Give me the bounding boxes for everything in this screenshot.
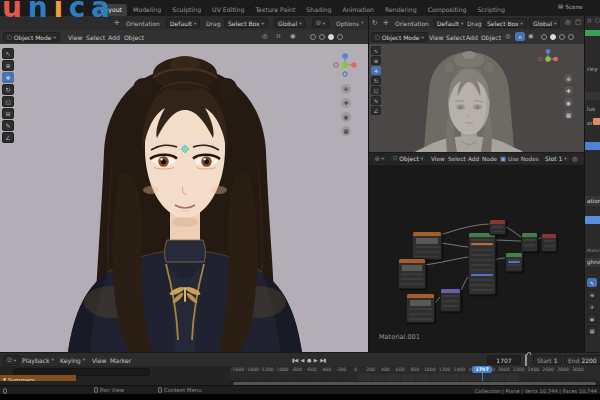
- render-icon[interactable]: ▢: [595, 18, 600, 23]
- tool-select-button[interactable]: ↖: [371, 46, 381, 55]
- tab-texture-paint[interactable]: Texture Paint: [250, 4, 300, 16]
- camera-view-icon[interactable]: ◉: [564, 98, 573, 107]
- proportional-edit-icon[interactable]: ◉: [290, 33, 296, 40]
- tool-rotate-button[interactable]: ↻: [371, 76, 381, 85]
- tool-annotate-button[interactable]: ✎: [2, 120, 14, 131]
- select-box-dropdown-clay[interactable]: Select Box▾: [483, 18, 527, 28]
- camera-view-icon[interactable]: ◉: [341, 112, 351, 122]
- options-dropdown[interactable]: Options▾: [336, 20, 363, 27]
- current-frame-field[interactable]: 1707: [487, 355, 521, 365]
- tool-move-button[interactable]: ✛: [371, 66, 381, 75]
- scene-selector[interactable]: ▤ Scene: [558, 4, 600, 10]
- shading-rendered-button[interactable]: [337, 34, 343, 40]
- snap-icon[interactable]: ◎: [565, 19, 571, 26]
- tool-transform-button[interactable]: ⊞: [2, 108, 14, 119]
- menu-add-node[interactable]: Add: [468, 156, 479, 162]
- shading-rendered-button[interactable]: [568, 34, 574, 40]
- node-principled-bsdf[interactable]: [468, 232, 496, 295]
- tool-select-button[interactable]: ↖: [2, 48, 14, 59]
- menu-view-node[interactable]: View: [431, 156, 445, 162]
- previous-frame-button[interactable]: ◀: [301, 357, 304, 363]
- menu-view-main[interactable]: View: [68, 34, 83, 41]
- node-material-output[interactable]: [541, 233, 557, 252]
- select-box-dropdown[interactable]: Select Box▾: [224, 18, 268, 28]
- slot-dropdown[interactable]: Slot 1▾: [541, 154, 571, 163]
- magnet-icon[interactable]: ∩: [276, 33, 281, 40]
- color-swatch-blue[interactable]: [585, 142, 600, 150]
- viewport-3d-clay[interactable]: ↖ ⊕ ✛ ↻ ◱ ✎ ∠ ⊕ ✚ ◉ ▦: [369, 44, 584, 152]
- snap-dropdown[interactable]: ◎ ▾: [312, 18, 329, 28]
- node-image-texture-2[interactable]: [398, 258, 426, 289]
- tab-rendering[interactable]: Rendering: [380, 4, 422, 16]
- pin-icon[interactable]: ◎: [572, 156, 578, 163]
- tool-cursor-button[interactable]: ⊕: [371, 56, 381, 65]
- node-mix-shader[interactable]: [521, 232, 538, 252]
- tool-select-button[interactable]: ↖: [587, 278, 597, 287]
- area-divider-vertical[interactable]: [368, 16, 369, 352]
- jump-to-end-button[interactable]: ▶▮: [320, 357, 326, 363]
- menu-node-node[interactable]: Node: [482, 156, 497, 162]
- use-nodes-checkbox[interactable]: ▣: [500, 156, 506, 163]
- tool-rotate-button[interactable]: ↻: [2, 84, 14, 95]
- tool-rotate-button[interactable]: ◉: [587, 314, 597, 323]
- tab-uv-editing[interactable]: UV Editing: [207, 4, 249, 16]
- tool-annotate-button[interactable]: ✎: [371, 96, 381, 105]
- shading-wireframe-button[interactable]: [310, 34, 316, 40]
- node-transparent-bsdf[interactable]: [505, 252, 523, 272]
- orientation-dropdown[interactable]: Default▾: [166, 18, 200, 28]
- timeline-ruler-area[interactable]: -1600-1400-1200-1000-800-600-400-2000200…: [230, 366, 600, 381]
- tool-cursor-button[interactable]: ⊕: [2, 60, 14, 71]
- menu-select-node[interactable]: Select: [448, 156, 466, 162]
- pan-icon[interactable]: ✚: [564, 86, 573, 95]
- shader-type-dropdown[interactable]: ◎ ▾: [371, 154, 388, 163]
- tool-scale-button[interactable]: ▦: [587, 326, 597, 335]
- mode-dropdown-clay[interactable]: ▢ Object Mode▾: [371, 32, 428, 42]
- shading-material-button[interactable]: [328, 34, 334, 40]
- end-frame-field[interactable]: End2200: [564, 355, 600, 365]
- tab-shading[interactable]: Shading: [301, 4, 336, 16]
- orientation-dropdown-clay[interactable]: Default▾: [433, 18, 467, 28]
- start-frame-field[interactable]: Start1: [533, 355, 562, 365]
- jump-to-start-button[interactable]: ▮◀: [292, 357, 298, 363]
- tab-sculpting[interactable]: Sculpting: [167, 4, 206, 16]
- magnet-icon[interactable]: ∩: [515, 32, 525, 41]
- zoom-icon[interactable]: ⊕: [564, 74, 573, 83]
- menu-object-clay[interactable]: Object: [481, 34, 501, 41]
- menu-view-timeline[interactable]: View: [92, 357, 107, 364]
- menu-view-clay[interactable]: View: [429, 34, 444, 41]
- menu-add-main[interactable]: Add: [108, 34, 120, 41]
- node-rgb-curves[interactable]: [489, 219, 506, 235]
- tool-measure-button[interactable]: ∠: [371, 106, 381, 115]
- tab-modeling[interactable]: Modeling: [128, 4, 166, 16]
- menu-keying[interactable]: Keying▾: [60, 357, 85, 364]
- pan-icon[interactable]: ✚: [341, 98, 351, 108]
- navigation-gizmo[interactable]: [332, 52, 358, 78]
- object-shader-dropdown[interactable]: ▢ Object▾: [389, 154, 427, 163]
- shading-solid-button[interactable]: [319, 34, 325, 40]
- editor-type-icon[interactable]: ◷: [587, 18, 591, 23]
- node-normal-map[interactable]: [440, 288, 461, 312]
- menu-marker[interactable]: Marker: [110, 357, 131, 364]
- pivot-icon[interactable]: ◎: [505, 33, 511, 40]
- menu-object-main[interactable]: Object: [124, 34, 144, 41]
- tab-animation[interactable]: Animation: [337, 4, 379, 16]
- shading-wireframe-button[interactable]: [541, 34, 547, 40]
- global-orientation-dropdown[interactable]: Global▾: [274, 18, 305, 28]
- play-button[interactable]: ▶: [314, 357, 317, 363]
- tool-measure-button[interactable]: ∠: [2, 132, 14, 143]
- menu-add-clay[interactable]: Add: [466, 34, 478, 41]
- record-button[interactable]: ●: [307, 357, 311, 363]
- menu-playback[interactable]: Playback▾: [22, 357, 54, 364]
- shading-solid-button[interactable]: [550, 34, 556, 40]
- pivot-icon[interactable]: ◎: [262, 33, 268, 40]
- proportional-edit-icon[interactable]: ◉: [528, 33, 534, 40]
- overlay-icon[interactable]: ▢: [575, 19, 581, 26]
- color-swatch-blue-2[interactable]: [585, 216, 600, 224]
- zoom-icon[interactable]: ⊕: [341, 84, 351, 94]
- shading-material-button[interactable]: [559, 34, 565, 40]
- navigation-gizmo[interactable]: [537, 48, 559, 70]
- node-image-texture-1[interactable]: [412, 231, 442, 260]
- tool-move-button[interactable]: ✛: [2, 72, 14, 83]
- menu-select-main[interactable]: Select: [86, 34, 105, 41]
- shader-editor-canvas[interactable]: Material.001: [369, 165, 584, 352]
